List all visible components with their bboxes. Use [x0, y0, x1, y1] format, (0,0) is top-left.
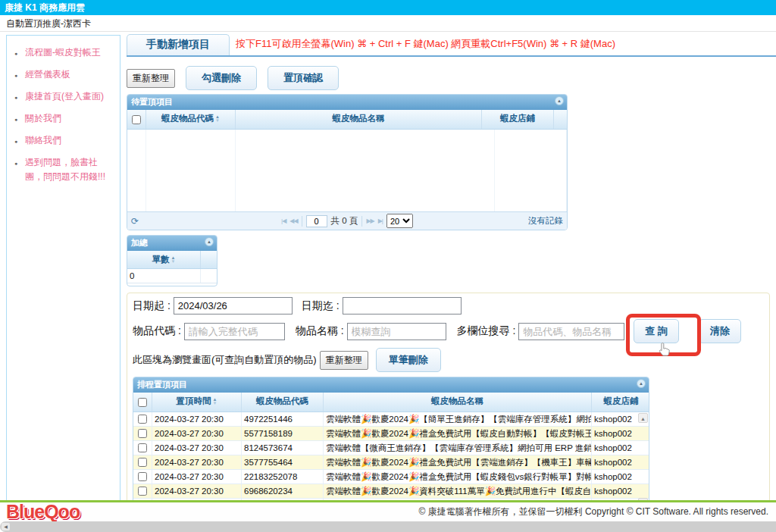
select-all-checkbox[interactable] — [132, 115, 141, 124]
column-item-name[interactable]: 蝦皮物品名稱 — [324, 393, 592, 412]
search-button[interactable]: 查 詢 — [634, 319, 679, 343]
row-checkbox-cell — [133, 412, 152, 426]
tab-manual-add[interactable]: 手動新增項目 — [127, 34, 230, 55]
blueqoo-logo: BlueQoo — [6, 501, 80, 523]
sum-table-header: 單數▲▼ — [127, 251, 217, 269]
row-checkbox-cell — [133, 484, 152, 498]
cell-pin-time: 2024-03-27 20:30 — [152, 412, 242, 426]
item-name-input[interactable] — [347, 323, 446, 340]
first-page-icon[interactable]: |◀ — [281, 217, 286, 224]
item-code-label: 物品代碼 : — [133, 324, 181, 338]
collapse-icon[interactable]: ▲ — [555, 96, 564, 105]
browse-panel: 日期起 : 日期迄 : 物品代碼 : 物品名稱 : 多欄位搜尋 : 查 詢 — [127, 293, 770, 532]
column-item-code[interactable]: 蝦皮物品代碼 — [242, 393, 324, 412]
table-row[interactable]: 2024-03-27 20:30 6968620234 雲端軟體🎉歡慶2024🎉… — [133, 484, 649, 499]
sum-row: 0 — [127, 269, 217, 283]
schedule-table-caption: 排程置頂項目 ▲ — [133, 377, 649, 393]
select-all-cell — [127, 110, 146, 129]
check-delete-button[interactable]: 勾選刪除 — [186, 66, 257, 90]
cell-pin-time: 2024-03-27 20:30 — [152, 427, 242, 440]
scroll-up-icon[interactable]: ▲ — [638, 413, 648, 423]
schedule-table-body: 2024-03-27 20:30 4972251446 雲端軟體🎉歡慶2024🎉… — [133, 412, 649, 509]
sidebar-item[interactable]: 關於我們 — [14, 111, 115, 126]
column-shop[interactable]: 蝦皮店鋪 — [482, 110, 554, 129]
sidebar-item-label[interactable]: 遇到問題，臉書社團，問問題不用錢!!! — [25, 157, 105, 182]
table-row[interactable]: 2024-03-27 20:30 5577158189 雲端軟體🎉歡慶2024🎉… — [133, 427, 649, 441]
cell-item-code: 3577755464 — [242, 455, 324, 469]
column-shop[interactable]: 蝦皮店鋪 — [592, 393, 649, 412]
page-title-bar: 自動置頂推廣-潔西卡 — [0, 15, 776, 32]
row-checkbox[interactable] — [138, 429, 147, 438]
next-page-icon[interactable]: ▶▶ — [366, 217, 374, 224]
row-checkbox[interactable] — [138, 443, 147, 452]
multi-search-input[interactable] — [518, 323, 624, 340]
filter-row-dates: 日期起 : 日期迄 : — [133, 297, 764, 315]
single-delete-button[interactable]: 單筆刪除 — [376, 348, 441, 372]
select-all-checkbox[interactable] — [138, 398, 147, 407]
sort-icon: ▲▼ — [213, 398, 217, 405]
page-number-input[interactable] — [306, 215, 327, 227]
date-from-label: 日期起 : — [133, 299, 171, 313]
row-checkbox[interactable] — [138, 472, 147, 481]
sidebar-item-label[interactable]: 康捷首頁(登入畫面) — [25, 91, 104, 102]
table-row[interactable]: 2024-03-27 20:30 3577755464 雲端軟體🎉歡慶2024🎉… — [133, 455, 649, 470]
spacer-cell — [201, 251, 217, 268]
cell-item-name: 雲端軟體🎉歡慶2024🎉禮盒免費試用【雲端進銷存】【機車王】車輛維修紀錄工具 機… — [324, 455, 592, 469]
filter-row-actions: 此區塊為瀏覽畫面(可查詢自動置頂的物品) 重新整理 單筆刪除 — [133, 348, 764, 372]
sidebar-item-label[interactable]: 聯絡我們 — [25, 135, 61, 146]
sidebar-item[interactable]: 經營儀表板 — [14, 67, 115, 82]
table-row[interactable]: 2024-03-27 20:30 8124573674 雲端軟體【微商王進銷存】… — [133, 441, 649, 455]
main-area: 流程圖-蝦皮對帳王 經營儀表板 康捷首頁(登入畫面) 關於我們 聯絡我們 遇到問… — [0, 32, 776, 512]
column-pin-time[interactable]: 置頂時間▲▼ — [152, 393, 242, 412]
collapse-icon[interactable]: ▲ — [205, 237, 214, 246]
row-checkbox[interactable] — [138, 458, 147, 467]
sidebar-item-label[interactable]: 關於我們 — [25, 113, 61, 124]
item-name-label: 物品名稱 : — [296, 324, 344, 338]
sidebar-item[interactable]: 康捷首頁(登入畫面) — [14, 89, 115, 104]
column-count[interactable]: 單數▲▼ — [127, 251, 201, 268]
sidebar-item[interactable]: 聯絡我們 — [14, 133, 115, 148]
pending-items-table: 待置頂項目 ▲ 蝦皮物品代碼▲▼ 蝦皮物品名稱 蝦皮店鋪 — [127, 94, 568, 230]
schedule-table-header: 置頂時間▲▼ 蝦皮物品代碼 蝦皮物品名稱 蝦皮店鋪 — [133, 393, 649, 412]
refresh-button[interactable]: 重新整理 — [127, 69, 175, 88]
footer-bar: BlueQoo © 康捷電腦著作權所有，並保留一切權利 Copyright © … — [0, 502, 776, 521]
copyright-text: © 康捷電腦著作權所有，並保留一切權利 Copyright © CIT Soft… — [418, 505, 776, 518]
cell-pin-time: 2024-03-27 20:30 — [152, 484, 242, 498]
sidebar-item[interactable]: 流程圖-蝦皮對帳王 — [14, 45, 115, 60]
vertical-scrollbar[interactable]: ▲ ▼ — [637, 412, 649, 509]
table-row[interactable]: 2024-03-27 20:30 22183252078 雲端軟體🎉歡慶2024… — [133, 470, 649, 484]
fullscreen-hint-text: 按下F11可啟用全螢幕(Win) ⌘ + Ctrl + F 鍵(Mac) 網頁重… — [236, 37, 615, 55]
column-item-code[interactable]: 蝦皮物品代碼▲▼ — [146, 110, 236, 129]
row-checkbox[interactable] — [138, 415, 147, 424]
pager-refresh-icon[interactable]: ⟳ — [131, 216, 139, 227]
page-size-select[interactable]: 20 — [386, 214, 413, 228]
clear-button[interactable]: 清除 — [699, 319, 741, 343]
schedule-table-title: 排程置頂項目 — [137, 380, 187, 389]
sidebar-item-label[interactable]: 經營儀表板 — [25, 69, 70, 80]
column-item-name[interactable]: 蝦皮物品名稱 — [236, 110, 482, 129]
collapse-icon[interactable]: ▲ — [637, 379, 646, 388]
tab-row: 手動新增項目 按下F11可啟用全螢幕(Win) ⌘ + Ctrl + F 鍵(M… — [127, 35, 776, 57]
cell-item-name: 雲端軟體🎉歡慶2024🎉禮盒免費試用【蝦皮錢包vs銀行對帳單】對帳工具 賣家經營… — [324, 470, 592, 483]
browse-refresh-button[interactable]: 重新整理 — [320, 351, 368, 370]
select-all-cell — [133, 393, 152, 412]
pending-table-title: 待置頂項目 — [131, 97, 173, 106]
toolbar-buttons: 重新整理 勾選刪除 置頂確認 — [127, 67, 776, 89]
scroll-left-icon[interactable]: ◀ — [2, 523, 10, 530]
row-checkbox-cell — [133, 455, 152, 469]
prev-page-icon[interactable]: ◀◀ — [289, 217, 297, 224]
date-from-input[interactable] — [174, 297, 293, 315]
cell-item-code: 8124573674 — [242, 441, 324, 455]
table-row[interactable]: 2024-03-27 20:30 4972251446 雲端軟體🎉歡慶2024🎉… — [133, 412, 649, 427]
item-code-input[interactable] — [184, 323, 285, 340]
sidebar-item[interactable]: 遇到問題，臉書社團，問問題不用錢!!! — [14, 155, 115, 184]
filter-row-search: 物品代碼 : 物品名稱 : 多欄位搜尋 : 查 詢 — [133, 319, 764, 343]
cell-item-name: 雲端軟體【微商王進銷存】【雲端庫存管理系統】網拍可用 ERP 進銷存 賣家經營工… — [324, 441, 592, 455]
cell-pin-time: 2024-03-27 20:30 — [152, 441, 242, 455]
horizontal-scrollbar[interactable]: ◀ — [0, 521, 776, 532]
last-page-icon[interactable]: ▶| — [378, 217, 383, 224]
pin-confirm-button[interactable]: 置頂確認 — [268, 66, 339, 90]
sidebar-item-label[interactable]: 流程圖-蝦皮對帳王 — [25, 47, 101, 58]
row-checkbox[interactable] — [138, 487, 147, 496]
date-to-input[interactable] — [343, 297, 462, 315]
